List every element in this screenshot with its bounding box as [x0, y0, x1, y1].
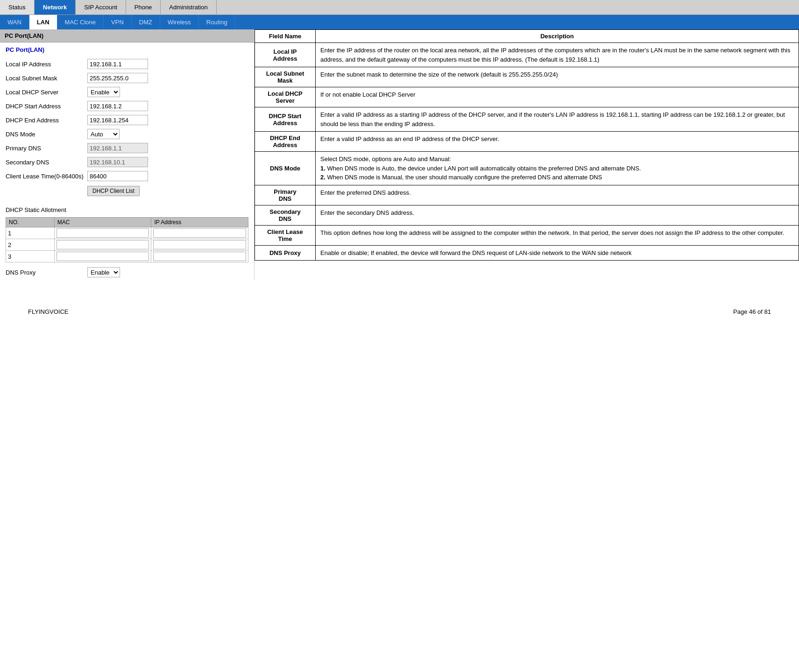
nav-network[interactable]: Network [35, 0, 76, 14]
sub-routing[interactable]: Routing [199, 15, 235, 29]
row3-ip-input[interactable] [153, 252, 246, 261]
field-name-dhcp-server: Local DHCPServer [255, 87, 316, 107]
description-table: Field Name Description Local IPAddress E… [255, 29, 799, 261]
field-name-subnet: Local SubnetMask [255, 67, 316, 87]
dhcp-client-list-button[interactable]: DHCP Client List [87, 186, 140, 196]
dns-mode-label: DNS Mode [6, 131, 87, 138]
dhcp-start-input[interactable] [87, 101, 148, 111]
field-name-local-ip: Local IPAddress [255, 43, 316, 67]
sub-vpn[interactable]: VPN [104, 15, 132, 29]
local-subnet-label: Local Subnet Mask [6, 75, 87, 82]
table-row: 3 [6, 251, 248, 262]
row3-no: 3 [6, 251, 55, 262]
desc-local-ip: Enter the IP address of the router on th… [316, 43, 799, 67]
sub-wan[interactable]: WAN [0, 15, 29, 29]
section-title: PC Port(LAN) [0, 42, 254, 55]
desc-row-dhcp-start: DHCP StartAddress Enter a valid IP addre… [255, 107, 799, 132]
top-nav: Status Network SIP Account Phone Adminis… [0, 0, 799, 15]
desc-dhcp-start: Enter a valid IP address as a starting I… [316, 107, 799, 132]
sub-lan[interactable]: LAN [29, 15, 57, 29]
left-panel: PC Port(LAN) PC Port(LAN) Local IP Addre… [0, 29, 255, 280]
desc-dhcp-server: If or not enable Local DHCP Server [316, 87, 799, 107]
local-dhcp-server-row: Local DHCP Server Enable Disable [6, 87, 248, 97]
local-ip-input[interactable] [87, 59, 148, 69]
sub-wireless[interactable]: Wireless [160, 15, 199, 29]
desc-dhcp-end: Enter a valid IP address as an end IP ad… [316, 132, 799, 152]
field-name-secondary-dns: SecondaryDNS [255, 205, 316, 225]
field-name-primary-dns: PrimaryDNS [255, 185, 316, 205]
desc-dns-proxy: Enable or disable; If enabled, the devic… [316, 245, 799, 261]
row3-ip [151, 251, 248, 262]
local-subnet-row: Local Subnet Mask [6, 73, 248, 83]
desc-row-dns-proxy: DNS Proxy Enable or disable; If enabled,… [255, 245, 799, 261]
desc-primary-dns: Enter the preferred DNS address. [316, 185, 799, 205]
table-row: 1 [6, 227, 248, 239]
panel-title: PC Port(LAN) [0, 29, 254, 42]
table-row: 2 [6, 239, 248, 251]
row1-ip-input[interactable] [153, 228, 246, 238]
form-area: Local IP Address Local Subnet Mask Local… [0, 55, 254, 204]
desc-row-primary-dns: PrimaryDNS Enter the preferred DNS addre… [255, 185, 799, 205]
sub-dmz[interactable]: DMZ [132, 15, 160, 29]
local-ip-label: Local IP Address [6, 61, 87, 68]
sub-nav: WAN LAN MAC Clone VPN DMZ Wireless Routi… [0, 15, 799, 29]
nav-status[interactable]: Status [0, 0, 35, 14]
dns-mode-select[interactable]: Auto Manual [87, 129, 120, 139]
secondary-dns-label: Secondary DNS [6, 159, 87, 166]
local-dhcp-server-label: Local DHCP Server [6, 89, 87, 96]
dns-proxy-select[interactable]: Enable Disable [87, 267, 120, 277]
row2-ip-input[interactable] [153, 240, 246, 249]
dhcp-end-row: DHCP End Address [6, 115, 248, 125]
col-header-ip: IP Address [151, 218, 248, 227]
row1-mac-input[interactable] [57, 228, 149, 238]
secondary-dns-input[interactable] [87, 157, 148, 167]
right-panel: Field Name Description Local IPAddress E… [255, 29, 799, 280]
client-lease-input[interactable] [87, 171, 148, 181]
primary-dns-label: Primary DNS [6, 145, 87, 152]
desc-row-dhcp-server: Local DHCPServer If or not enable Local … [255, 87, 799, 107]
static-allot-table: NO. MAC IP Address 1 2 3 [6, 217, 248, 262]
dhcp-client-list-row: DHCP Client List [6, 185, 248, 196]
static-allot-title: DHCP Static Allotment [0, 204, 254, 215]
field-name-dhcp-start: DHCP StartAddress [255, 107, 316, 132]
main-layout: PC Port(LAN) PC Port(LAN) Local IP Addre… [0, 29, 799, 280]
desc-row-dns-mode: DNS Mode Select DNS mode, options are Au… [255, 152, 799, 185]
desc-row-local-ip: Local IPAddress Enter the IP address of … [255, 43, 799, 67]
nav-administration[interactable]: Administration [161, 0, 216, 14]
footer-page-info: Page 46 of 81 [733, 308, 771, 315]
row3-mac [54, 251, 151, 262]
dhcp-end-input[interactable] [87, 115, 148, 125]
dhcp-start-row: DHCP Start Address [6, 101, 248, 111]
field-name-client-lease: Client LeaseTime [255, 225, 316, 245]
nav-sip-account[interactable]: SIP Account [76, 0, 126, 14]
dns-mode-row: DNS Mode Auto Manual [6, 129, 248, 139]
local-ip-row: Local IP Address [6, 59, 248, 69]
dhcp-end-label: DHCP End Address [6, 117, 87, 124]
dns-proxy-row: DNS Proxy Enable Disable [0, 264, 254, 280]
desc-row-secondary-dns: SecondaryDNS Enter the secondary DNS add… [255, 205, 799, 225]
row2-mac-input[interactable] [57, 240, 149, 249]
sub-mac-clone[interactable]: MAC Clone [57, 15, 104, 29]
local-subnet-input[interactable] [87, 73, 148, 83]
row3-mac-input[interactable] [57, 252, 149, 261]
desc-row-dhcp-end: DHCP EndAddress Enter a valid IP address… [255, 132, 799, 152]
col-header-mac: MAC [54, 218, 151, 227]
row2-no: 2 [6, 239, 55, 251]
field-name-dns-mode: DNS Mode [255, 152, 316, 185]
desc-row-subnet: Local SubnetMask Enter the subnet mask t… [255, 67, 799, 87]
secondary-dns-row: Secondary DNS [6, 157, 248, 167]
desc-client-lease: This option defines how long the address… [316, 225, 799, 245]
client-lease-label: Client Lease Time(0-86400s) [6, 173, 87, 180]
local-dhcp-server-select[interactable]: Enable Disable [87, 87, 120, 97]
row2-mac [54, 239, 151, 251]
col-description: Description [316, 30, 799, 43]
row1-no: 1 [6, 227, 55, 239]
footer-inner: FLYINGVOICE Page 46 of 81 [9, 308, 790, 315]
client-lease-row: Client Lease Time(0-86400s) [6, 171, 248, 181]
dhcp-start-label: DHCP Start Address [6, 103, 87, 110]
primary-dns-input[interactable] [87, 143, 148, 153]
col-header-no: NO. [6, 218, 55, 227]
nav-phone[interactable]: Phone [126, 0, 161, 14]
primary-dns-row: Primary DNS [6, 143, 248, 153]
col-field-name: Field Name [255, 30, 316, 43]
